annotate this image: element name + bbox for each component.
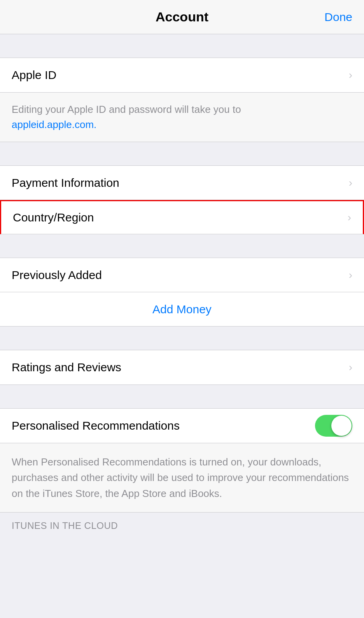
previously-added-row[interactable]: Previously Added › xyxy=(0,258,364,292)
ratings-reviews-chevron: › xyxy=(349,361,352,374)
country-region-chevron: › xyxy=(348,211,351,224)
personalised-rec-row[interactable]: Personalised Recommendations xyxy=(0,409,364,443)
spacer-4 xyxy=(0,385,364,408)
apple-id-chevron: › xyxy=(349,69,352,81)
apple-id-label: Apple ID xyxy=(12,68,56,82)
spacer-3 xyxy=(0,327,364,350)
payment-info-group: Payment Information › Country/Region › xyxy=(0,165,364,234)
previously-added-chevron: › xyxy=(349,269,352,281)
ratings-reviews-group: Ratings and Reviews › xyxy=(0,350,364,385)
toggle-thumb xyxy=(331,416,352,436)
itunes-cloud-section: iTunes IN THE CLOUD xyxy=(0,513,364,535)
spacer-1 xyxy=(0,142,364,165)
add-money-row[interactable]: Add Money xyxy=(0,292,364,327)
apple-id-group: Apple ID › xyxy=(0,58,364,93)
country-region-row[interactable]: Country/Region › xyxy=(0,200,364,234)
ratings-reviews-row[interactable]: Ratings and Reviews › xyxy=(0,350,364,384)
apple-id-info: Editing your Apple ID and password will … xyxy=(0,93,364,142)
payment-information-row[interactable]: Payment Information › xyxy=(0,166,364,200)
payment-information-label: Payment Information xyxy=(12,176,119,190)
previously-added-label: Previously Added xyxy=(12,269,102,282)
personalised-rec-description-text: When Personalised Recommendations is tur… xyxy=(12,454,352,501)
personalised-rec-description: When Personalised Recommendations is tur… xyxy=(0,443,364,513)
previously-added-group: Previously Added › Add Money xyxy=(0,258,364,327)
itunes-cloud-label: iTunes IN THE CLOUD xyxy=(12,520,118,531)
payment-information-chevron: › xyxy=(349,177,352,189)
apple-id-row[interactable]: Apple ID › xyxy=(0,58,364,92)
ratings-reviews-label: Ratings and Reviews xyxy=(12,361,121,374)
navigation-bar: Account Done xyxy=(0,0,364,34)
top-spacer xyxy=(0,34,364,58)
spacer-2 xyxy=(0,234,364,258)
done-button[interactable]: Done xyxy=(324,11,352,24)
country-region-label: Country/Region xyxy=(13,211,94,224)
apple-id-link[interactable]: appleid.apple.com. xyxy=(12,119,96,130)
page-title: Account xyxy=(156,9,208,25)
add-money-label: Add Money xyxy=(152,303,212,316)
personalised-rec-label: Personalised Recommendations xyxy=(12,419,180,432)
personalised-rec-group: Personalised Recommendations xyxy=(0,408,364,443)
apple-id-info-text: Editing your Apple ID and password will … xyxy=(12,104,241,130)
personalised-rec-toggle[interactable] xyxy=(315,415,352,437)
